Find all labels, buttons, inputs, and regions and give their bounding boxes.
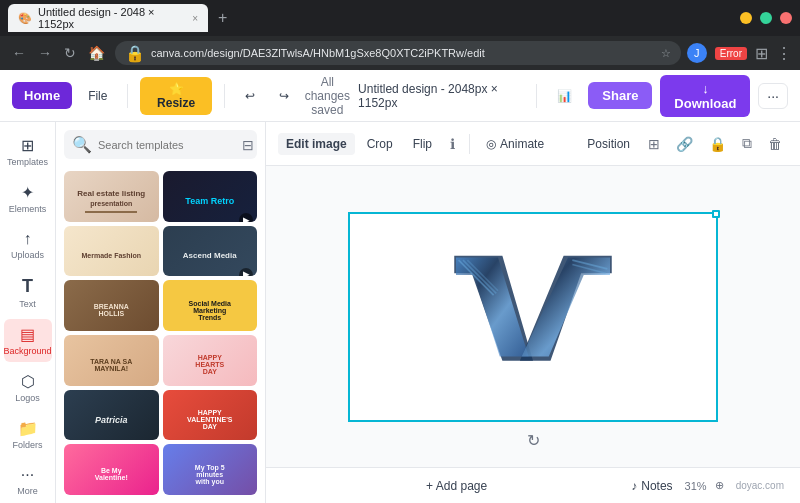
watermark: doyac.com (736, 480, 784, 491)
text-icon: T (22, 276, 33, 297)
back-button[interactable]: ← (8, 43, 30, 63)
active-tab[interactable]: 🎨 Untitled design - 2048 × 1152px × (8, 4, 208, 32)
menu-icon[interactable]: ⋮ (776, 44, 792, 63)
copy-icon-btn[interactable]: ⧉ (736, 132, 758, 155)
flip-tab[interactable]: Flip (405, 133, 440, 155)
animate-label: Animate (500, 137, 544, 151)
more-options-button[interactable]: ··· (758, 83, 788, 109)
play-icon: ▶ (239, 213, 253, 222)
notes-button[interactable]: ♪ Notes (631, 479, 672, 493)
template-card[interactable]: Be MyValentine! (64, 444, 159, 495)
content-area: Edit image Crop Flip ℹ ◎ Animate Positio… (266, 122, 800, 503)
new-tab-button[interactable]: + (212, 7, 233, 29)
play-icon: ▶ (239, 268, 253, 277)
template-card[interactable]: Mermade Fashion (64, 226, 159, 277)
logos-icon: ⬡ (21, 372, 35, 391)
rotate-handle[interactable]: ↻ (527, 431, 540, 450)
edit-toolbar: Edit image Crop Flip ℹ ◎ Animate Positio… (266, 122, 800, 166)
canvas-container[interactable]: ↻ (348, 212, 718, 422)
download-button[interactable]: ↓ Download (660, 75, 750, 117)
template-card[interactable]: Social MediaMarketingTrends (163, 280, 258, 331)
sidebar-item-logos[interactable]: ⬡ Logos (4, 366, 52, 409)
sidebar-item-more[interactable]: ··· More (4, 460, 52, 502)
template-card[interactable]: My Top 5minuteswith you (163, 444, 258, 495)
background-label: Background (3, 346, 51, 356)
crop-tab[interactable]: Crop (359, 133, 401, 155)
tab-bar: 🎨 Untitled design - 2048 × 1152px × + (8, 4, 736, 32)
right-toolbar-icons: ⊞ 🔗 🔒 ⧉ 🗑 (642, 132, 788, 155)
analytics-button[interactable]: 📊 (549, 85, 580, 107)
browser-actions: J Error ⊞ ⋮ (687, 43, 792, 63)
resize-handle-tr[interactable] (712, 210, 720, 218)
url-actions: ☆ (661, 47, 671, 60)
template-card[interactable]: TARA NA SAMAYNILA! (64, 335, 159, 386)
delete-icon-btn[interactable]: 🗑 (762, 133, 788, 155)
refresh-button[interactable]: ↻ (60, 43, 80, 63)
maximize-btn[interactable] (760, 12, 772, 24)
nav-buttons: ← → ↻ 🏠 (8, 43, 109, 63)
app: Home File ⭐ Resize ↩ ↪ All changes saved… (0, 70, 800, 503)
browser-chrome: 🎨 Untitled design - 2048 × 1152px × + (0, 0, 800, 36)
app-toolbar: Home File ⭐ Resize ↩ ↪ All changes saved… (0, 70, 800, 122)
notes-icon: ♪ (631, 479, 637, 493)
svg-marker-2 (456, 257, 529, 356)
extensions-icon[interactable]: ⊞ (755, 44, 768, 63)
filter-button[interactable]: ⊟ (242, 137, 254, 153)
info-icon[interactable]: ℹ (444, 133, 461, 155)
minimize-btn[interactable] (740, 12, 752, 24)
sidebar-item-background[interactable]: ▤ Background (4, 319, 52, 362)
add-page-button[interactable]: + Add page (426, 479, 487, 493)
resize-button[interactable]: ⭐ Resize (140, 77, 211, 115)
template-card[interactable]: Patricia (64, 390, 159, 441)
home-button[interactable]: 🏠 (84, 43, 109, 63)
svg-marker-3 (522, 257, 610, 356)
text-label: Text (19, 299, 36, 309)
animate-button[interactable]: ◎ Animate (478, 133, 552, 155)
search-bar[interactable]: 🔍 ⊟ (64, 130, 257, 159)
sidebar-item-text[interactable]: T Text (4, 270, 52, 315)
sidebar-item-elements[interactable]: ✦ Elements (4, 177, 52, 220)
template-card[interactable]: BREANNAHOLLIS (64, 280, 159, 331)
edit-toolbar-divider (469, 134, 470, 154)
home-button[interactable]: Home (12, 82, 72, 109)
template-card[interactable]: Team Retro ▶ (163, 171, 258, 222)
zoom-level: 31% ⊕ (685, 479, 724, 492)
template-card[interactable]: HAPPYHEARTSDAY (163, 335, 258, 386)
url-text: canva.com/design/DAE3ZlTwlsA/HNbM1gSxe8Q… (151, 47, 655, 59)
search-input[interactable] (98, 139, 236, 151)
lock-icon-btn[interactable]: 🔒 (703, 133, 732, 155)
notes-label: Notes (641, 479, 672, 493)
canvas-wrapper[interactable]: ⧉ ⤢ (266, 166, 800, 467)
sidebar-item-uploads[interactable]: ↑ Uploads (4, 224, 52, 266)
window-controls (740, 12, 792, 24)
main-layout: ⊞ Templates ✦ Elements ↑ Uploads T Text … (0, 122, 800, 503)
undo-button[interactable]: ↩ (237, 85, 263, 107)
edit-image-tab[interactable]: Edit image (278, 133, 355, 155)
position-button[interactable]: Position (579, 133, 638, 155)
toolbar-sep-2 (224, 84, 225, 108)
profile-icon[interactable]: J (687, 43, 707, 63)
sidebar-item-folders[interactable]: 📁 Folders (4, 413, 52, 456)
address-bar: ← → ↻ 🏠 🔒 canva.com/design/DAE3ZlTwlsA/H… (0, 36, 800, 70)
grid-icon-btn[interactable]: ⊞ (642, 133, 666, 155)
tab-close-btn[interactable]: × (192, 13, 198, 24)
uploads-icon: ↑ (24, 230, 32, 248)
template-card[interactable]: Real estate listing presentation (64, 171, 159, 222)
lock-icon: 🔒 (125, 44, 145, 63)
zoom-controls[interactable]: ⊕ (715, 479, 724, 492)
url-bar[interactable]: 🔒 canva.com/design/DAE3ZlTwlsA/HNbM1gSxe… (115, 41, 681, 65)
canvas-image (443, 247, 623, 387)
share-button[interactable]: Share (588, 82, 652, 109)
folders-icon: 📁 (18, 419, 38, 438)
close-btn[interactable] (780, 12, 792, 24)
forward-button[interactable]: → (34, 43, 56, 63)
template-card[interactable]: Ascend Media ▶ (163, 226, 258, 277)
file-button[interactable]: File (80, 85, 115, 107)
redo-button[interactable]: ↪ (271, 85, 297, 107)
sidebar-item-templates[interactable]: ⊞ Templates (4, 130, 52, 173)
template-card[interactable]: HAPPYVALENTINE'SDAY (163, 390, 258, 441)
error-badge: Error (715, 47, 747, 60)
link-icon-btn[interactable]: 🔗 (670, 133, 699, 155)
bookmark-icon[interactable]: ☆ (661, 47, 671, 60)
animate-icon: ◎ (486, 137, 496, 151)
